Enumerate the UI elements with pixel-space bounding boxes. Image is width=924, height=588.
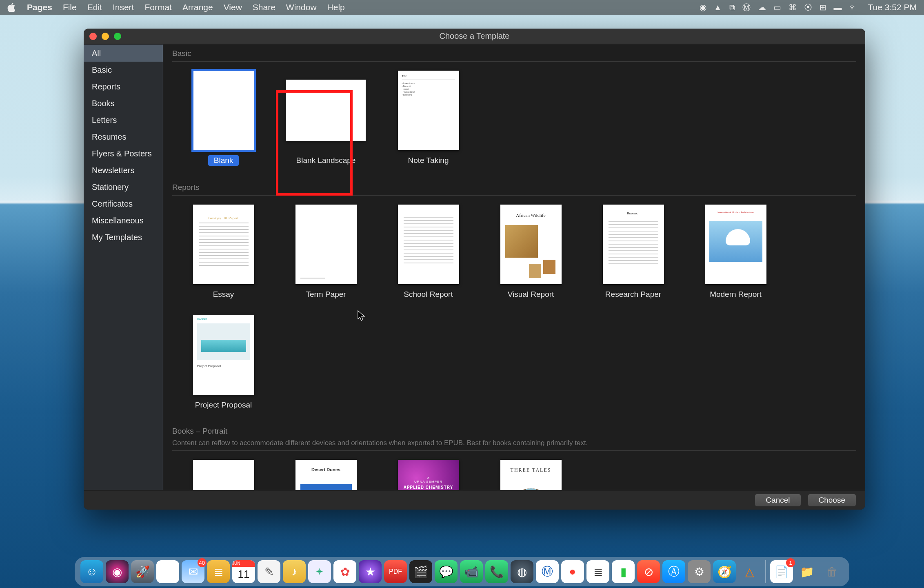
- chrome-icon[interactable]: ◎: [156, 560, 179, 583]
- template-gallery[interactable]: BasicBlankBlank LandscapeTitle• Lorem ip…: [163, 44, 865, 490]
- template-label: Visual Report: [508, 290, 554, 299]
- sidebar-item-letters[interactable]: Letters: [84, 112, 163, 129]
- window-zoom-button[interactable]: [114, 33, 121, 40]
- template-blankbook[interactable]: [172, 460, 275, 490]
- numbers-icon[interactable]: ▮: [612, 560, 635, 583]
- menu-view[interactable]: View: [224, 2, 242, 12]
- maps-icon[interactable]: ⌖: [308, 560, 331, 583]
- appstore-icon[interactable]: Ⓐ: [662, 560, 685, 583]
- template-thumbnail: [193, 71, 254, 150]
- sidebar-item-all[interactable]: All: [84, 45, 163, 62]
- window-title: Choose a Template: [440, 31, 510, 41]
- cancel-button[interactable]: Cancel: [755, 494, 801, 507]
- pdf-icon[interactable]: PDF: [384, 560, 407, 583]
- template-thumbnail: HEADERProject Proposal: [193, 315, 254, 395]
- apple-menu[interactable]: [7, 3, 16, 12]
- template-dunes[interactable]: Desert Dunes: [275, 460, 377, 490]
- menubar-clock[interactable]: Tue 3:52 PM: [868, 2, 917, 12]
- script-icon[interactable]: ≣: [586, 560, 609, 583]
- window-minimize-button[interactable]: [102, 33, 109, 40]
- sidebar-item-miscellaneous[interactable]: Miscellaneous: [84, 212, 163, 229]
- sidebar-item-certificates[interactable]: Certificates: [84, 196, 163, 212]
- template-school-report[interactable]: School Report: [377, 205, 480, 299]
- steam-icon[interactable]: ◍: [511, 560, 533, 583]
- menuextra-spot-icon[interactable]: ⦿: [804, 3, 812, 12]
- mail-icon[interactable]: ✉40: [182, 560, 204, 583]
- template-thumbnail: [295, 205, 357, 284]
- menuextra-switch-icon[interactable]: ⌘: [789, 2, 797, 12]
- template-visual-report[interactable]: African WildlifeVisual Report: [480, 205, 582, 299]
- menuextra-wifi-icon[interactable]: ᯤ: [849, 3, 857, 12]
- sidebar-item-resumes[interactable]: Resumes: [84, 129, 163, 145]
- menuextra-display-icon[interactable]: ▭: [773, 2, 781, 12]
- facetime-icon[interactable]: 📹: [460, 560, 483, 583]
- sidebar-item-basic[interactable]: Basic: [84, 62, 163, 78]
- folder-icon[interactable]: 📁: [795, 560, 818, 583]
- menuextra-malware-icon[interactable]: Ⓜ: [742, 2, 751, 13]
- sidebar-item-books[interactable]: Books: [84, 95, 163, 112]
- menuextra-cloud-icon[interactable]: ☁: [758, 2, 766, 12]
- menuextra-battery-icon[interactable]: ▬: [834, 3, 842, 12]
- menuextra-cc-icon[interactable]: ⊞: [820, 2, 826, 12]
- sysprefs-icon[interactable]: ⚙: [688, 560, 711, 583]
- template-research-paper[interactable]: ResearchResearch Paper: [582, 205, 684, 299]
- titlebar[interactable]: Choose a Template: [84, 29, 865, 44]
- sidebar-item-my-templates[interactable]: My Templates: [84, 229, 163, 246]
- trash-icon[interactable]: 🗑: [821, 560, 844, 583]
- badge: 40: [198, 558, 207, 567]
- menu-edit[interactable]: Edit: [87, 2, 102, 12]
- menubar-app-name[interactable]: Pages: [27, 2, 52, 12]
- menu-arrange[interactable]: Arrange: [182, 2, 213, 12]
- launchpad-icon[interactable]: 🚀: [131, 560, 154, 583]
- section-header: Reports: [163, 178, 865, 194]
- template-note-taking[interactable]: Title• Lorem ipsum• Dolor sit • amet • c…: [377, 71, 480, 166]
- calendar-icon[interactable]: JUN11: [232, 560, 255, 583]
- menuextra-dropbox-icon[interactable]: ⧉: [729, 3, 735, 12]
- menu-format[interactable]: Format: [144, 2, 172, 12]
- messages-icon[interactable]: 💬: [435, 560, 458, 583]
- safari2-icon[interactable]: 🧭: [713, 560, 736, 583]
- record-icon[interactable]: ●: [561, 560, 584, 583]
- template-essay[interactable]: Geology 101 ReportEssay: [172, 205, 275, 299]
- menu-help[interactable]: Help: [327, 2, 345, 12]
- notes-icon[interactable]: ≣: [207, 560, 230, 583]
- finder-icon[interactable]: ☺: [80, 560, 103, 583]
- template-chem[interactable]: ✕URNA SEMPERAPPLIED CHEMISTRYFIRST EDITI…: [377, 460, 480, 490]
- badge: 1: [786, 558, 795, 567]
- photos-icon[interactable]: ✿: [333, 560, 356, 583]
- malware-icon[interactable]: Ⓜ: [536, 560, 559, 583]
- template-term-paper[interactable]: Term Paper: [275, 205, 377, 299]
- menu-window[interactable]: Window: [286, 2, 317, 12]
- section-header: Basic: [163, 44, 865, 60]
- siri-icon[interactable]: ◉: [106, 560, 129, 583]
- pages-doc-icon[interactable]: 📄1: [770, 560, 793, 583]
- template-label: Modern Report: [710, 290, 762, 299]
- audio-icon[interactable]: ♪: [283, 560, 306, 583]
- template-modern-report[interactable]: International Modern ArchitectureModern …: [684, 205, 787, 299]
- clapper-icon[interactable]: 🎬: [409, 560, 432, 583]
- menubar: Pages File Edit Insert Format Arrange Vi…: [0, 0, 924, 15]
- template-label: Note Taking: [408, 156, 449, 165]
- menu-file[interactable]: File: [63, 2, 77, 12]
- window-footer: Cancel Choose: [84, 490, 865, 510]
- choose-button[interactable]: Choose: [808, 494, 857, 507]
- window-close-button[interactable]: [89, 33, 97, 40]
- menu-share[interactable]: Share: [253, 2, 275, 12]
- template-project-proposal[interactable]: HEADERProject ProposalProject Proposal: [172, 315, 275, 410]
- phone-icon[interactable]: 📞: [485, 560, 508, 583]
- textedit-icon[interactable]: ✎: [258, 560, 280, 583]
- menuextra-record-icon[interactable]: ◉: [700, 2, 706, 12]
- menuextra-vlc-icon[interactable]: ▲: [714, 3, 722, 12]
- sidebar-item-newsletters[interactable]: Newsletters: [84, 162, 163, 179]
- nosign-icon[interactable]: ⊘: [637, 560, 660, 583]
- sidebar-item-flyers-posters[interactable]: Flyers & Posters: [84, 145, 163, 162]
- annotation-highlight: [276, 90, 353, 196]
- template-tales[interactable]: THREE TALES: [480, 460, 582, 490]
- template-thumbnail: African Wildlife: [500, 205, 562, 284]
- sidebar-item-stationery[interactable]: Stationery: [84, 179, 163, 196]
- sidebar-item-reports[interactable]: Reports: [84, 78, 163, 95]
- menu-insert[interactable]: Insert: [113, 2, 134, 12]
- template-blank[interactable]: Blank: [172, 71, 275, 166]
- imovie-star[interactable]: ★: [359, 560, 382, 583]
- vlc-icon[interactable]: △: [738, 560, 761, 583]
